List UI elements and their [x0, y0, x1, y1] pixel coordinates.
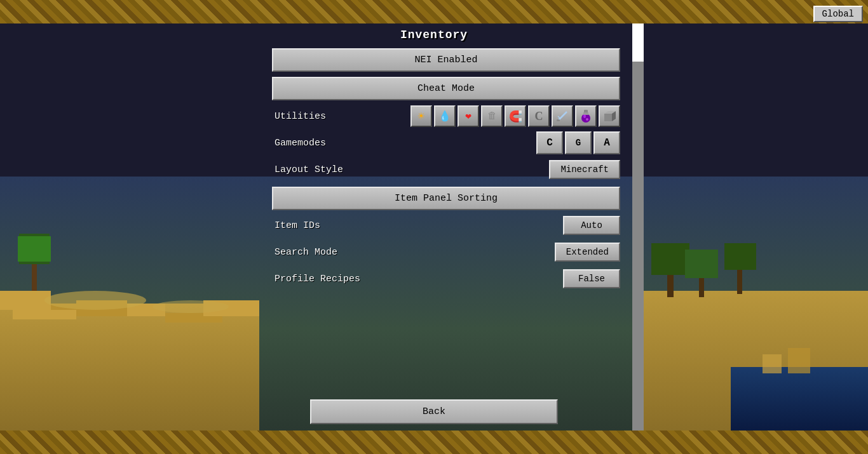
svg-rect-2	[0, 291, 51, 310]
water-icon: 💧	[438, 110, 451, 123]
item-panel-sorting-button[interactable]: Item Panel Sorting	[272, 187, 620, 210]
svg-point-30	[583, 114, 586, 118]
dirt-border-top	[0, 0, 868, 23]
c-letter-icon: C	[535, 110, 543, 123]
window-title: Inventory	[400, 29, 468, 41]
svg-point-23	[153, 300, 229, 313]
nei-enabled-button[interactable]: NEI Enabled	[272, 48, 620, 72]
gamemode-a-button[interactable]: A	[593, 131, 620, 154]
gamemodes-controls: C G A	[536, 131, 620, 154]
svg-rect-4	[13, 310, 76, 319]
trash-utility-button[interactable]: 🗑	[481, 105, 503, 127]
profile-recipes-controls: False	[563, 269, 620, 288]
gamemode-c-icon: C	[546, 137, 553, 149]
layout-style-controls: Minecraft	[549, 160, 620, 179]
profile-recipes-label: Profile Recipes	[272, 274, 563, 284]
search-mode-controls: Extended	[555, 243, 620, 262]
layout-style-value-button[interactable]: Minecraft	[549, 160, 620, 179]
svg-point-31	[586, 118, 588, 121]
sword-icon	[556, 110, 569, 123]
gamemodes-row: Gamemodes C G A	[272, 131, 620, 154]
c-utility-button[interactable]: C	[528, 105, 550, 127]
sun-icon: ☀	[418, 109, 425, 123]
item-ids-controls: Auto	[563, 216, 620, 235]
svg-rect-13	[731, 367, 868, 431]
settings-panel: NEI Enabled Cheat Mode Utilities ☀ 💧 ❤ 🗑	[259, 46, 633, 292]
gamemode-a-icon: A	[604, 137, 610, 149]
sun-utility-button[interactable]: ☀	[410, 105, 432, 127]
gamemode-c-button[interactable]: C	[536, 131, 563, 154]
cheat-mode-button[interactable]: Cheat Mode	[272, 77, 620, 100]
item-ids-value-button[interactable]: Auto	[563, 216, 620, 235]
block-utility-button[interactable]	[599, 105, 620, 127]
search-mode-value-button[interactable]: Extended	[555, 243, 620, 262]
svg-point-22	[44, 291, 146, 310]
svg-rect-19	[724, 243, 756, 270]
utilities-label: Utilities	[272, 111, 410, 122]
utilities-controls: ☀ 💧 ❤ 🗑 🧲 C	[410, 105, 620, 127]
gamemode-g-button[interactable]: G	[565, 131, 592, 154]
layout-style-label: Layout Style	[272, 164, 549, 175]
block-icon	[603, 110, 616, 123]
gamemodes-label: Gamemodes	[272, 138, 536, 149]
heart-utility-button[interactable]: ❤	[458, 105, 479, 127]
profile-recipes-row: Profile Recipes False	[272, 267, 620, 290]
potion-utility-button[interactable]	[575, 105, 597, 127]
svg-rect-26	[557, 119, 560, 121]
sword-utility-button[interactable]	[552, 105, 573, 127]
magnet-icon: 🧲	[509, 110, 522, 123]
svg-point-28	[581, 114, 590, 123]
global-button[interactable]: Global	[813, 6, 863, 22]
svg-rect-32	[604, 114, 612, 121]
item-ids-row: Item IDs Auto	[272, 214, 620, 237]
title-bar: Inventory	[0, 23, 868, 46]
water-utility-button[interactable]: 💧	[434, 105, 456, 127]
magnet-utility-button[interactable]: 🧲	[505, 105, 526, 127]
potion-icon	[580, 109, 592, 123]
svg-rect-17	[685, 250, 718, 278]
svg-rect-15	[651, 243, 689, 275]
scrollbar-track[interactable]	[632, 23, 644, 431]
trash-icon: 🗑	[487, 110, 497, 122]
svg-rect-20	[763, 354, 782, 373]
search-mode-label: Search Mode	[272, 247, 555, 258]
svg-rect-11	[18, 236, 51, 262]
utilities-row: Utilities ☀ 💧 ❤ 🗑 🧲 C	[272, 105, 620, 128]
heart-icon: ❤	[465, 110, 471, 123]
svg-line-24	[558, 112, 567, 121]
gamemode-g-icon: G	[576, 138, 581, 148]
dirt-border-bottom	[0, 431, 868, 454]
layout-style-row: Layout Style Minecraft	[272, 158, 620, 181]
search-mode-row: Search Mode Extended	[272, 241, 620, 264]
item-ids-label: Item IDs	[272, 220, 563, 231]
back-button[interactable]: Back	[310, 399, 558, 424]
profile-recipes-value-button[interactable]: False	[563, 269, 620, 288]
svg-rect-21	[788, 348, 810, 373]
